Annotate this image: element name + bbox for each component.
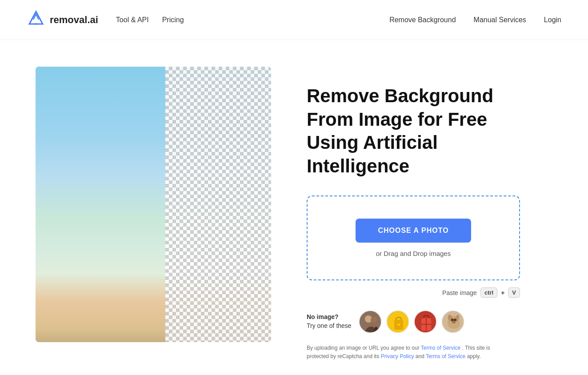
try-one-text: Try one of these (307, 322, 352, 329)
nav-links: Tool & API Pricing (116, 16, 184, 24)
nav-manual-services[interactable]: Manual Services (474, 16, 526, 24)
navbar: removal.ai Tool & API Pricing Remove Bac… (0, 0, 588, 40)
nav-pricing[interactable]: Pricing (162, 16, 184, 24)
disclaimer: By uploading an image or URL you agree t… (307, 344, 511, 361)
sample-row: No image? Try one of these (307, 310, 520, 333)
checker-overlay (165, 67, 272, 342)
svg-point-0 (35, 23, 37, 25)
logo-text: removal.ai (50, 14, 98, 26)
ctrl-key: ctrl (480, 287, 497, 298)
privacy-policy-link[interactable]: Privacy Policy (381, 353, 414, 359)
sample-thumb-redbag[interactable] (414, 310, 437, 333)
terms-of-service-link-2[interactable]: Terms of Service (426, 353, 465, 359)
svg-point-29 (452, 321, 456, 323)
sample-thumbs (359, 310, 464, 333)
sample-thumb-dog[interactable] (441, 310, 464, 333)
main-content: Remove Background From Image for Free Us… (0, 40, 588, 375)
choose-photo-button[interactable]: CHOOSE A PHOTO (356, 219, 471, 243)
hero-title: Remove Background From Image for Free Us… (307, 84, 520, 178)
nav-right: Remove Background Manual Services Login (389, 16, 561, 24)
logo[interactable]: removal.ai (27, 10, 98, 30)
sample-thumb-bag[interactable] (386, 310, 409, 333)
svg-point-14 (371, 317, 377, 323)
hero-image (36, 67, 271, 342)
paste-label: Paste image (442, 289, 477, 296)
nav-left: removal.ai Tool & API Pricing (27, 10, 184, 30)
sample-label: No image? Try one of these (307, 313, 352, 330)
disclaimer-text-after: apply. (465, 353, 480, 359)
upload-area[interactable]: CHOOSE A PHOTO or Drag and Drop images (307, 195, 520, 280)
sample-thumb-couple[interactable] (359, 310, 382, 333)
drag-drop-text: or Drag and Drop images (376, 250, 451, 257)
nav-remove-background[interactable]: Remove Background (389, 16, 456, 24)
no-image-text: No image? (307, 313, 352, 322)
terms-of-service-link-1[interactable]: Terms of Service (421, 345, 460, 351)
logo-icon (27, 10, 45, 30)
nav-login[interactable]: Login (544, 16, 561, 24)
disclaimer-text-and: and (414, 353, 425, 359)
v-key: V (508, 287, 520, 298)
disclaimer-text-before: By uploading an image or URL you agree t… (307, 345, 421, 351)
hero-content: Remove Background From Image for Free Us… (307, 67, 552, 361)
svg-rect-17 (397, 323, 400, 326)
nav-tool-api[interactable]: Tool & API (116, 16, 149, 24)
paste-row: Paste image ctrl + V (307, 287, 520, 298)
plus-sign: + (501, 289, 504, 296)
